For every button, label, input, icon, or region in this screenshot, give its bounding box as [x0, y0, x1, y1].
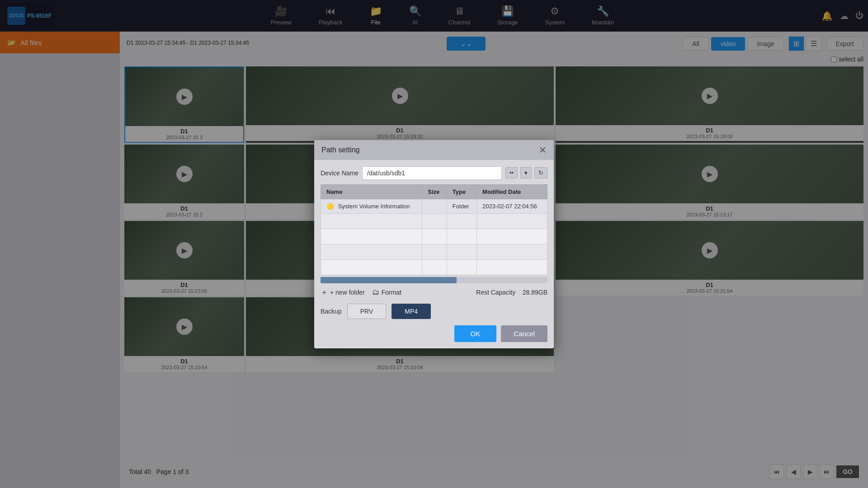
file-table: Name Size Type Modified Date 🟡 System Vo…: [321, 184, 547, 275]
device-refresh-button[interactable]: ↻: [534, 167, 547, 178]
modal-header: Path setting ✕: [314, 140, 554, 160]
file-row-empty-2: [321, 229, 547, 244]
progress-area: [321, 277, 547, 283]
col-size: Size: [422, 184, 447, 199]
file-row-empty-3: [321, 244, 547, 259]
plus-icon: ＋: [321, 288, 328, 297]
file-row-empty-4: [321, 259, 547, 275]
modal-confirm-row: OK Cancel: [321, 325, 547, 342]
cancel-button[interactable]: Cancel: [501, 325, 547, 342]
device-dots-button[interactable]: ••: [505, 167, 518, 178]
col-name: Name: [321, 184, 422, 199]
file-size-0: [422, 199, 447, 213]
modal-title: Path setting: [321, 146, 360, 154]
path-setting-modal: Path setting ✕ Device Name /dat/usb/sdb1…: [314, 140, 554, 348]
device-actions: •• ▾ ↻: [505, 167, 547, 178]
file-date-0: 2023-02-07 22:04:56: [477, 199, 547, 213]
file-row-empty-1: [321, 213, 547, 229]
format-button[interactable]: 🗂 Format: [372, 288, 401, 297]
device-name-label: Device Name: [321, 169, 359, 177]
new-folder-button[interactable]: ＋ + new folder: [321, 288, 365, 297]
file-row-0[interactable]: 🟡 System Volume Information Folder 2023-…: [321, 199, 547, 213]
format-icon: 🗂: [372, 288, 379, 296]
modal-footer-actions: ＋ + new folder 🗂 Format Rest Capacity 28…: [321, 288, 547, 297]
file-name-0: 🟡 System Volume Information: [321, 199, 422, 213]
prv-button[interactable]: PRV: [347, 304, 387, 319]
device-dropdown-button[interactable]: ▾: [520, 167, 532, 178]
mp4-button[interactable]: MP4: [392, 304, 431, 319]
device-name-select[interactable]: /dat/usb/sdb1: [362, 166, 502, 180]
ok-button[interactable]: OK: [454, 325, 497, 342]
progress-bar: [321, 277, 457, 283]
modal-overlay: Path setting ✕ Device Name /dat/usb/sdb1…: [0, 0, 868, 488]
folder-icon-0: 🟡: [326, 203, 334, 210]
col-type: Type: [447, 184, 476, 199]
backup-label: Backup: [321, 308, 342, 315]
capacity-info: Rest Capacity 28.89GB: [476, 289, 547, 296]
file-type-0: Folder: [447, 199, 476, 213]
backup-row: Backup PRV MP4: [321, 304, 547, 319]
col-date: Modified Date: [477, 184, 547, 199]
device-name-row: Device Name /dat/usb/sdb1 •• ▾ ↻: [321, 166, 547, 180]
modal-close-button[interactable]: ✕: [539, 145, 547, 155]
modal-body: Device Name /dat/usb/sdb1 •• ▾ ↻ Name Si…: [314, 160, 554, 348]
action-left: ＋ + new folder 🗂 Format: [321, 288, 401, 297]
